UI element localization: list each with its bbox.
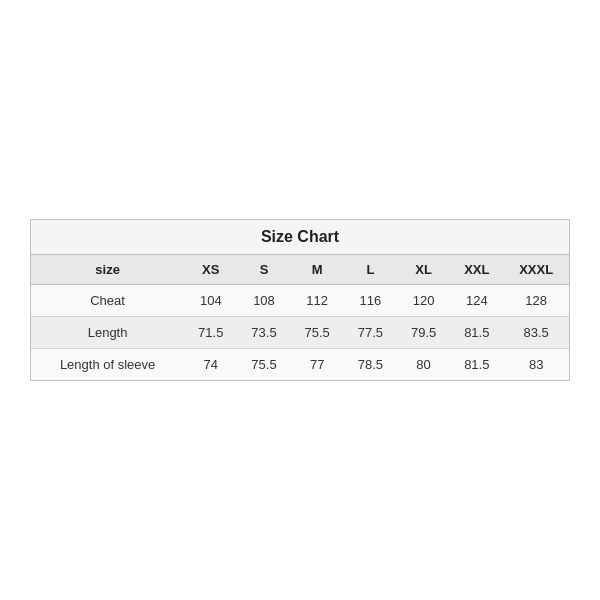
row-2-col-0: 74: [184, 349, 237, 381]
row-0-col-2: 112: [291, 285, 344, 317]
row-1-col-4: 79.5: [397, 317, 450, 349]
row-2-col-6: 83: [503, 349, 569, 381]
table-body: Cheat104108112116120124128Length71.573.5…: [31, 285, 569, 381]
row-0-col-5: 124: [450, 285, 503, 317]
row-2-label: Length of sleeve: [31, 349, 184, 381]
table-header-row: sizeXSSMLXLXXLXXXL: [31, 255, 569, 285]
row-0-col-4: 120: [397, 285, 450, 317]
row-1-col-1: 73.5: [237, 317, 290, 349]
header-col-0: size: [31, 255, 184, 285]
table-row: Length of sleeve7475.57778.58081.583: [31, 349, 569, 381]
header-col-1: XS: [184, 255, 237, 285]
row-2-col-2: 77: [291, 349, 344, 381]
row-2-col-3: 78.5: [344, 349, 397, 381]
table-row: Length71.573.575.577.579.581.583.5: [31, 317, 569, 349]
row-1-label: Length: [31, 317, 184, 349]
row-0-label: Cheat: [31, 285, 184, 317]
row-0-col-3: 116: [344, 285, 397, 317]
row-1-col-3: 77.5: [344, 317, 397, 349]
size-chart-table: sizeXSSMLXLXXLXXXL Cheat1041081121161201…: [31, 255, 569, 380]
row-2-col-5: 81.5: [450, 349, 503, 381]
table-title: Size Chart: [261, 228, 339, 245]
header-col-4: L: [344, 255, 397, 285]
row-1-col-0: 71.5: [184, 317, 237, 349]
row-1-col-5: 81.5: [450, 317, 503, 349]
header-col-3: M: [291, 255, 344, 285]
header-col-7: XXXL: [503, 255, 569, 285]
row-1-col-2: 75.5: [291, 317, 344, 349]
row-0-col-6: 128: [503, 285, 569, 317]
header-col-2: S: [237, 255, 290, 285]
header-col-5: XL: [397, 255, 450, 285]
row-2-col-4: 80: [397, 349, 450, 381]
row-1-col-6: 83.5: [503, 317, 569, 349]
row-0-col-0: 104: [184, 285, 237, 317]
row-0-col-1: 108: [237, 285, 290, 317]
header-col-6: XXL: [450, 255, 503, 285]
size-chart-container: Size Chart sizeXSSMLXLXXLXXXL Cheat10410…: [30, 219, 570, 381]
table-row: Cheat104108112116120124128: [31, 285, 569, 317]
row-2-col-1: 75.5: [237, 349, 290, 381]
table-title-row: Size Chart: [31, 220, 569, 255]
